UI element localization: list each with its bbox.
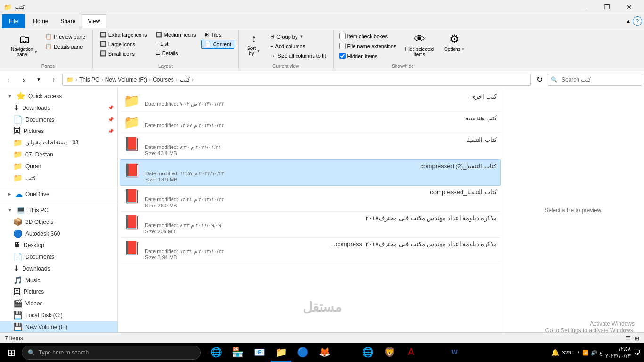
tab-share[interactable]: Share: [54, 14, 82, 28]
file-item-6[interactable]: 📕 مذكرة دبلومة اعداد مهندس مكتب فنى محتر…: [120, 238, 501, 263]
file-item-5[interactable]: 📕 مذكرة دبلومة اعداد مهندس مكتب فنى محتر…: [120, 212, 501, 238]
forward-button[interactable]: ›: [17, 73, 30, 86]
recent-locations-button[interactable]: ▼: [32, 73, 45, 86]
sidebar-item-kutub[interactable]: 📁 كتب: [0, 172, 117, 184]
docs-icon: 📄: [13, 252, 23, 261]
taskbar-search[interactable]: 🔍 Type here to search: [22, 346, 201, 360]
file-item-0[interactable]: 📁 كتب اخرى Date modified: ٢٠٢٣/٠١/٢٣ ص ٧…: [120, 90, 501, 112]
sidebar-item-localc[interactable]: 💾 Local Disk (C:): [0, 309, 117, 321]
sidebar-item-newvolume[interactable]: 💾 New Volume (F:): [0, 321, 117, 332]
ribbon-group-show-hide: Item check boxes File name extensions Hi…: [334, 30, 472, 69]
view-toggle-details[interactable]: ☰: [626, 335, 631, 342]
taskbar-app-brave[interactable]: 🦁: [379, 343, 400, 362]
hide-selected-button[interactable]: 👁 Hide selected items: [402, 30, 437, 59]
item-checkboxes-input[interactable]: [339, 33, 346, 39]
view-toggle-large[interactable]: ⊞: [635, 335, 639, 342]
group-by-button[interactable]: ⊞ Group by ▼: [267, 32, 329, 41]
size-all-columns-button[interactable]: ↔ Size all columns to fit: [267, 51, 329, 60]
hidden-items-toggle[interactable]: Hidden items: [338, 52, 398, 60]
taskbar-app-mail[interactable]: 📧: [249, 343, 270, 362]
desktop-icon: 🖥: [13, 241, 21, 249]
taskbar-app-ie[interactable]: 🌐: [357, 343, 378, 362]
sidebar-item-thispc[interactable]: ▼ 💻 This PC: [0, 204, 117, 216]
details-pane-button[interactable]: 📋 Details pane: [42, 42, 89, 51]
refresh-button[interactable]: ↻: [533, 73, 546, 86]
breadcrumb[interactable]: 📁 › This PC › New Volume (F:) › Courses …: [62, 74, 531, 86]
sidebar-item-moqaolin[interactable]: 📁 03 - مستخلصات مقاولين: [0, 137, 117, 148]
sidebar-item-onedrive[interactable]: ▶ ☁ OneDrive: [0, 188, 117, 200]
taskbar-app-telegram[interactable]: ✈: [336, 343, 356, 362]
medium-icons-button[interactable]: 🔲 Medium icons: [152, 30, 199, 39]
tab-file[interactable]: File: [2, 14, 25, 28]
sidebar-item-destan[interactable]: 📁 07- Destan: [0, 148, 117, 160]
ribbon-collapse-btn[interactable]: ▲: [626, 18, 631, 24]
taskbar-notification-center[interactable]: 🗨: [634, 349, 640, 356]
status-bar: 7 items ☰ ⊞: [0, 332, 644, 344]
nav-pane-icon: 🗂: [19, 33, 30, 46]
preview-pane-button[interactable]: 📋 Preview pane: [42, 32, 89, 41]
file-extensions-input[interactable]: [339, 43, 346, 49]
onedrive-icon: ☁: [15, 189, 23, 198]
taskbar-app-edge[interactable]: 🌐: [206, 343, 226, 362]
file-extensions-toggle[interactable]: File name extensions: [338, 42, 398, 50]
options-button[interactable]: ⚙ Options ▼: [441, 30, 468, 54]
ribbon-content: 🗂 Navigation pane ▼ 📋 Preview pane 📋 Det…: [0, 28, 644, 71]
sidebar-item-pictures[interactable]: 🖼 Pictures 📌: [0, 125, 117, 137]
item-checkboxes-toggle[interactable]: Item check boxes: [338, 32, 398, 40]
tiles-button[interactable]: ⊞ Tiles: [201, 30, 235, 39]
maximize-button[interactable]: ❐: [596, 0, 618, 14]
taskbar-app-firefox[interactable]: 🦊: [314, 343, 335, 362]
up-button[interactable]: ↑: [47, 73, 60, 86]
sidebar-item-autodesk[interactable]: 🔵 Autodesk 360: [0, 228, 117, 239]
file-meta-6: Date modified: ٢٠٢٣/١٠/٢٣ م ١٢:٣١ Size: …: [145, 248, 497, 260]
help-button[interactable]: ?: [633, 16, 642, 26]
extra-large-icons-button[interactable]: 🔲 Extra large icons: [97, 30, 150, 39]
breadcrumb-courses[interactable]: Courses: [153, 76, 174, 83]
minimize-button[interactable]: —: [573, 0, 595, 14]
sidebar-item-dl[interactable]: ⬇ Downloads: [0, 263, 117, 274]
taskbar-app-word[interactable]: W: [444, 343, 465, 362]
taskbar-app-autocad[interactable]: A: [401, 343, 421, 362]
breadcrumb-this-pc[interactable]: This PC: [79, 76, 99, 83]
file-item-3[interactable]: 📕 كتاب التنفيذ_compressed (2) Date modif…: [120, 159, 501, 186]
search-input[interactable]: [548, 74, 642, 86]
tab-view[interactable]: View: [82, 14, 106, 28]
small-icon: 🔲: [100, 50, 107, 57]
hidden-items-input[interactable]: [339, 53, 346, 59]
file-item-2[interactable]: 📕 كتاب التنفيذ Date modified: ٢٠٢١/٠١/٣١…: [120, 133, 501, 159]
large-icons-button[interactable]: 🔲 Large icons: [97, 40, 150, 49]
tab-home[interactable]: Home: [27, 14, 54, 28]
list-button[interactable]: ≡ List: [152, 40, 199, 48]
content-button[interactable]: 📄 Content: [201, 40, 235, 49]
sidebar-item-docs[interactable]: 📄 Documents: [0, 251, 117, 263]
start-button[interactable]: ⊞: [2, 343, 21, 362]
sidebar-item-desktop[interactable]: 🖥 Desktop: [0, 239, 117, 251]
taskbar-app-media[interactable]: ▶: [422, 343, 443, 362]
sidebar-item-3dobjects[interactable]: 📦 3D Objects: [0, 216, 117, 228]
breadcrumb-volume[interactable]: New Volume (F:): [105, 76, 147, 83]
sidebar-item-quran[interactable]: 📁 Quran: [0, 160, 117, 172]
taskbar-app-store[interactable]: 🏪: [227, 343, 248, 362]
sidebar-quick-access[interactable]: ▼ ⭐ Quick access: [0, 90, 117, 102]
sidebar-item-downloads[interactable]: ⬇ Downloads 📌: [0, 102, 117, 114]
navigation-pane-button[interactable]: 🗂 Navigation pane ▼: [8, 30, 41, 59]
file-meta-1: Date modified: ٢٠٢٣/١٠/٢٣ م ١٢:٤٧: [145, 123, 497, 129]
breadcrumb-current[interactable]: كتب: [180, 76, 190, 83]
sidebar-item-videos[interactable]: 🎬 Videos: [0, 297, 117, 309]
sidebar-label-docs: Documents: [25, 254, 54, 260]
tray-up-arrow[interactable]: ∧: [577, 350, 580, 356]
file-item-4[interactable]: 📕 كتاب التنفيذ_compressed Date modified:…: [120, 186, 501, 212]
small-icons-button[interactable]: 🔲 Small icons: [97, 49, 150, 58]
taskbar-app-chrome[interactable]: 🔵: [292, 343, 313, 362]
close-button[interactable]: ✕: [619, 0, 640, 14]
back-button[interactable]: ‹: [2, 73, 15, 86]
details-button[interactable]: ☰ Details: [152, 49, 199, 58]
taskbar-app-explorer[interactable]: 📁: [271, 343, 291, 362]
sidebar-item-music[interactable]: 🎵 Music: [0, 274, 117, 286]
file-item-1[interactable]: 📁 كتب هندسية Date modified: ٢٠٢٣/١٠/٢٣ م…: [120, 112, 501, 133]
sort-by-button[interactable]: ↕ Sort by ▼: [242, 30, 265, 58]
add-columns-button[interactable]: + Add columns: [267, 42, 329, 50]
sidebar-item-pics[interactable]: 🖼 Pictures: [0, 286, 117, 297]
taskbar-clock[interactable]: ١٢:٥٨ ٢٠٢٣/١٠/٢٣: [605, 346, 631, 360]
sidebar-item-documents[interactable]: 📄 Documents 📌: [0, 114, 117, 125]
